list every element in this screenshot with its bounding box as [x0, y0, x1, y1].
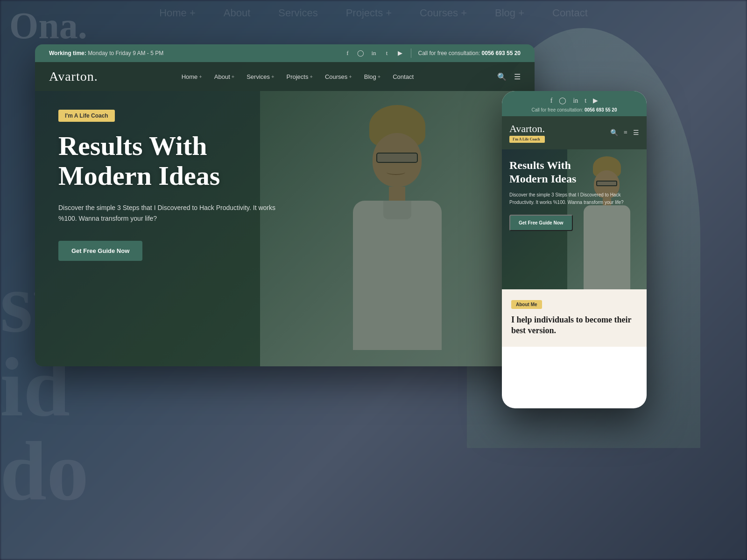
desktop-top-bar: Working time: Monday to Friday 9 AM - 5 …	[35, 44, 535, 62]
nav-menu: Home + About + Services + Projects + Cou…	[177, 70, 418, 83]
mobile-logo[interactable]: Avarton.	[509, 123, 545, 135]
mobile-facebook-icon[interactable]: f	[550, 97, 553, 105]
mobile-linkedin-icon[interactable]: in	[573, 97, 578, 105]
mobile-title-line2: Modern Ideas	[509, 173, 576, 185]
mobile-top-bar: f ◯ in t ▶ Call for free consultation: 0…	[502, 91, 647, 116]
desktop-mockup: Working time: Monday to Friday 9 AM - 5 …	[35, 44, 535, 366]
mobile-menu-icon[interactable]: ☰	[633, 129, 639, 137]
nav-blog[interactable]: Blog +	[359, 70, 385, 83]
divider	[411, 49, 411, 58]
nav-contact[interactable]: Contact	[388, 70, 418, 83]
youtube-icon[interactable]: ▶	[396, 49, 404, 57]
mobile-lines-icon[interactable]: ≡	[624, 129, 627, 137]
mobile-nav-icons: 🔍 ≡ ☰	[610, 129, 639, 137]
nav-services[interactable]: Services +	[242, 70, 279, 83]
social-icons-group: f ◯ in t ▶	[344, 49, 404, 57]
mobile-social-row: f ◯ in t ▶	[509, 97, 639, 105]
bg-nav-contact: Contact	[552, 7, 588, 19]
mobile-twitter-icon[interactable]: t	[585, 97, 586, 105]
mobile-consultation: Call for free consultation: 0056 693 55 …	[509, 107, 639, 112]
consultation-label: Call for free consultation:	[418, 50, 480, 56]
mobile-title-line1: Results With	[509, 159, 571, 171]
search-icon[interactable]: 🔍	[497, 72, 507, 81]
working-hours-section: Working time: Monday to Friday 9 AM - 5 …	[49, 50, 163, 56]
hero-title-line2: Modern Ideas	[58, 161, 220, 191]
mobile-about-section: About Me I help individuals to become th…	[502, 289, 647, 347]
nav-projects[interactable]: Projects +	[282, 70, 317, 83]
bg-nav-about: About	[224, 7, 251, 19]
mobile-hero-description: Discover the simple 3 Steps that I Disco…	[509, 191, 639, 206]
hero-title: Results With Modern Ideas	[58, 131, 511, 191]
bg-nav-courses: Courses +	[420, 7, 467, 19]
bg-nav-home: Home +	[159, 7, 196, 19]
mobile-about-badge: About Me	[511, 300, 542, 309]
mobile-consultation-label: Call for free consultation:	[532, 107, 584, 112]
mobile-nav-badge: I'm A Life Coach	[509, 136, 545, 143]
hero-description: Discover the simple 3 Steps that I Disco…	[58, 203, 282, 225]
mobile-cta-button[interactable]: Get Free Guide Now	[509, 215, 573, 231]
top-bar-center: f ◯ in t ▶ Call for free consultation: 0…	[344, 49, 521, 58]
mobile-search-icon[interactable]: 🔍	[610, 129, 618, 137]
bg-nav-bar: Home + About Services Projects + Courses…	[0, 0, 747, 26]
mobile-mockup: f ◯ in t ▶ Call for free consultation: 0…	[502, 91, 647, 408]
desktop-navbar: Avarton. Home + About + Services + Proje…	[35, 62, 535, 91]
nav-action-icons: 🔍 ☰	[497, 72, 521, 81]
consultation-section: Call for free consultation: 0056 693 55 …	[418, 50, 521, 56]
bg-nav-projects: Projects +	[346, 7, 392, 19]
mobile-hero-content: Results With Modern Ideas Discover the s…	[502, 149, 647, 289]
instagram-icon[interactable]: ◯	[357, 49, 365, 57]
mobile-hero: Results With Modern Ideas Discover the s…	[502, 149, 647, 289]
twitter-icon[interactable]: t	[383, 49, 391, 57]
hero-cta-button[interactable]: Get Free Guide Now	[58, 241, 142, 261]
linkedin-icon[interactable]: in	[370, 49, 378, 57]
bg-nav-blog: Blog +	[495, 7, 524, 19]
working-hours: Monday to Friday 9 AM - 5 PM	[88, 50, 163, 56]
mobile-youtube-icon[interactable]: ▶	[593, 97, 598, 105]
nav-home[interactable]: Home +	[177, 70, 207, 83]
menu-icon[interactable]: ☰	[514, 72, 521, 81]
bg-nav-services: Services	[278, 7, 317, 19]
hero-content: I'm A Life Coach Results With Modern Ide…	[35, 91, 535, 366]
nav-logo[interactable]: Avarton.	[49, 69, 98, 84]
mobile-instagram-icon[interactable]: ◯	[559, 97, 566, 105]
mobile-phone[interactable]: 0056 693 55 20	[585, 107, 617, 112]
mobile-logo-group: Avarton. I'm A Life Coach	[509, 123, 545, 143]
phone-number[interactable]: 0056 693 55 20	[482, 50, 521, 56]
facebook-icon[interactable]: f	[344, 49, 352, 57]
hero-badge: I'm A Life Coach	[58, 110, 115, 122]
desktop-hero: I'm A Life Coach Results With Modern Ide…	[35, 91, 535, 366]
nav-courses[interactable]: Courses +	[320, 70, 357, 83]
mobile-about-title: I help individuals to become their best …	[511, 315, 637, 336]
mobile-navbar: Avarton. I'm A Life Coach 🔍 ≡ ☰	[502, 116, 647, 149]
working-label: Working time:	[49, 50, 86, 56]
bg-large-text-3: do	[0, 429, 89, 513]
nav-about[interactable]: About +	[210, 70, 239, 83]
mobile-hero-title: Results With Modern Ideas	[509, 159, 639, 186]
hero-title-line1: Results With	[58, 131, 207, 161]
